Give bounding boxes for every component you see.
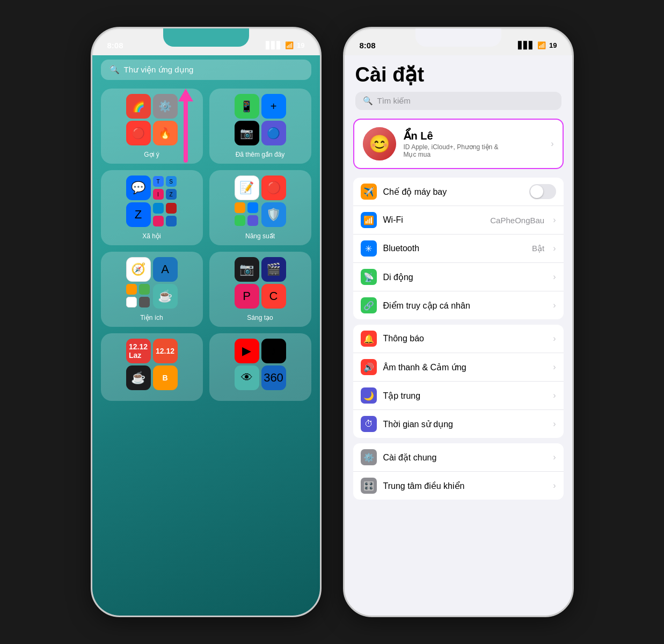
folder-nang-suat[interactable]: 📝 🔴 🛡️ Năng suất — [209, 170, 311, 245]
notifications-label: Thông báo — [383, 334, 547, 343]
folder-sang-tao[interactable]: 📷 🎬 P C Sáng tạo — [209, 252, 311, 327]
row-hotspot[interactable]: 🔗 Điểm truy cập cá nhân › — [353, 291, 564, 319]
settings-search-bar[interactable]: 🔍 Tìm kiếm — [355, 92, 561, 110]
folder-nang-suat-label: Năng suất — [245, 232, 275, 240]
screen-time-icon: ⏱ — [361, 416, 377, 432]
app-safari[interactable]: 🧭 — [126, 257, 151, 282]
shop-grid: 12.12Laz 12.12 ☕ B — [126, 339, 178, 390]
control-center-label: Trung tâm điều khiển — [383, 481, 547, 491]
app-photos[interactable]: 🌈 — [126, 94, 151, 119]
app-library-search[interactable]: 🔍 Thư viện ứng dụng — [101, 60, 311, 80]
app-green1[interactable]: 📱 — [235, 94, 259, 119]
app-lazada[interactable]: 12.12Laz — [126, 339, 151, 363]
profile-chevron: › — [551, 139, 553, 149]
sound-chevron: › — [553, 362, 556, 372]
mini-social2 — [153, 202, 178, 227]
app-baeminf[interactable]: B — [153, 365, 178, 390]
profile-card[interactable]: 😊 Ẩn Lê ID Apple, iCloud+, Phương tiện &… — [353, 119, 564, 169]
mobile-label: Di động — [383, 272, 547, 282]
app-store[interactable]: A — [153, 257, 178, 282]
app-blue1[interactable]: + — [261, 94, 286, 119]
general-icon: ⚙️ — [361, 449, 377, 465]
xa-hoi-grid: 💬 T S I Z Z — [126, 175, 178, 227]
profile-info: Ẩn Lê ID Apple, iCloud+, Phương tiện &Mụ… — [404, 129, 544, 158]
control-center-icon: 🎛️ — [361, 478, 377, 494]
signal-icon-left: ▋▋▋ — [266, 41, 282, 49]
app-coffee2[interactable]: ☕ — [126, 365, 151, 390]
settings-header: Cài đặt 🔍 Tìm kiếm — [345, 55, 572, 110]
settings-screen: Cài đặt 🔍 Tìm kiếm 😊 Ẩn Lê ID Apple, iCl… — [345, 55, 572, 616]
bluetooth-label: Bluetooth — [383, 244, 526, 253]
folder-xa-hoi[interactable]: 💬 T S I Z Z Xã hội — [101, 170, 203, 245]
search-icon-left: 🔍 — [110, 65, 120, 75]
app-shopee[interactable]: 12.12 — [153, 339, 178, 363]
folder-da-them-label: Đã thêm gần đây — [236, 151, 285, 158]
left-phone: 8:08 ▋▋▋ 📶 19 🔍 Thư viện ứng dụng 🌈 ⚙️ 🔴 — [91, 27, 322, 617]
row-focus[interactable]: 🌙 Tập trung › — [353, 382, 564, 410]
notifications-icon: 🔔 — [361, 331, 377, 347]
app-360[interactable]: 360 — [261, 365, 286, 390]
focus-icon: 🌙 — [361, 387, 377, 404]
settings-section-1: ✈️ Chế độ máy bay 📶 Wi-Fi CaPheOngBau › … — [353, 178, 564, 319]
row-sound[interactable]: 🔊 Âm thanh & Cảm ứng › — [353, 353, 564, 382]
folder-goi-y-label: Gợi ý — [144, 151, 159, 158]
row-mobile[interactable]: 📡 Di động › — [353, 263, 564, 291]
app-tiktok[interactable]: ♪ — [261, 339, 286, 363]
focus-label: Tập trung — [383, 391, 547, 401]
hotspot-chevron: › — [553, 301, 556, 310]
search-text-left: Thư viện ứng dụng — [124, 65, 194, 75]
app-coffee[interactable]: ☕ — [153, 284, 178, 309]
app-fire[interactable]: 🔥 — [153, 121, 178, 145]
mini-social: T S I Z — [153, 175, 178, 200]
screen-time-chevron: › — [553, 419, 556, 429]
app-cam[interactable]: 📷 — [235, 121, 259, 145]
wifi-icon-settings: 📶 — [361, 212, 377, 228]
profile-name: Ẩn Lê — [404, 129, 544, 142]
app-zalo[interactable]: Z — [126, 202, 151, 227]
row-bluetooth[interactable]: ✳ Bluetooth Bật › — [353, 235, 564, 263]
time-right: 8:08 — [360, 41, 376, 50]
up-arrow — [184, 98, 188, 163]
sang-tao-grid: 📷 🎬 P C — [235, 257, 286, 309]
bottom-apps-row: 12.12Laz 12.12 ☕ B ▶ ♪ 👁 360 — [101, 333, 311, 401]
app-purple1[interactable]: 🔵 — [261, 121, 286, 145]
folder-tien-ich[interactable]: 🧭 A ☕ Tiện ích — [101, 252, 203, 327]
profile-avatar: 😊 — [363, 127, 396, 160]
app-shield[interactable]: 🛡️ — [261, 202, 286, 227]
app-camera2[interactable]: 📷 — [235, 257, 259, 282]
row-general[interactable]: ⚙️ Cài đặt chung › — [353, 443, 564, 472]
row-airplane-mode[interactable]: ✈️ Chế độ máy bay — [353, 178, 564, 206]
app-notes[interactable]: 📝 — [235, 175, 259, 200]
app-red2[interactable]: 🔴 — [261, 175, 286, 200]
sound-icon: 🔊 — [361, 359, 377, 375]
app-youtube[interactable]: ▶ — [235, 339, 259, 363]
mobile-icon: 📡 — [361, 269, 377, 285]
top-folder-row: 🌈 ⚙️ 🔴 🔥 Gợi ý 📱 + 📷 🔵 Đã thêm gần đây — [101, 89, 311, 164]
app-op[interactable]: 🔴 — [126, 121, 151, 145]
search-placeholder-settings: Tìm kiếm — [377, 96, 411, 106]
row-notifications[interactable]: 🔔 Thông báo › — [353, 325, 564, 353]
folder-shop[interactable]: 12.12Laz 12.12 ☕ B — [101, 333, 203, 401]
airplane-toggle[interactable] — [529, 184, 556, 199]
row-wifi[interactable]: 📶 Wi-Fi CaPheOngBau › — [353, 206, 564, 235]
app-messenger[interactable]: 💬 — [126, 175, 151, 200]
status-icons-left: ▋▋▋ 📶 19 — [266, 41, 304, 49]
mini-prod — [235, 202, 259, 227]
folder-da-them[interactable]: 📱 + 📷 🔵 Đã thêm gần đây — [209, 89, 311, 164]
app-video[interactable]: 🎬 — [261, 257, 286, 282]
folder-misc[interactable]: ▶ ♪ 👁 360 — [209, 333, 311, 401]
arrow-indicator — [184, 98, 188, 163]
wifi-chevron: › — [553, 215, 556, 225]
app-photo-edit[interactable]: P — [235, 284, 259, 309]
bluetooth-chevron: › — [553, 244, 556, 253]
mini-util — [126, 284, 151, 309]
battery-label-left: 19 — [297, 41, 304, 49]
row-control-center[interactable]: 🎛️ Trung tâm điều khiển › — [353, 472, 564, 500]
app-canva[interactable]: C — [261, 284, 286, 309]
profile-subtitle: ID Apple, iCloud+, Phương tiện &Mục mua — [404, 143, 544, 158]
app-misc1[interactable]: 👁 — [235, 365, 259, 390]
app-settings[interactable]: ⚙️ — [153, 94, 178, 119]
row-screen-time[interactable]: ⏱ Thời gian sử dụng › — [353, 410, 564, 438]
tien-ich-grid: 🧭 A ☕ — [126, 257, 178, 309]
settings-title: Cài đặt — [355, 61, 561, 92]
